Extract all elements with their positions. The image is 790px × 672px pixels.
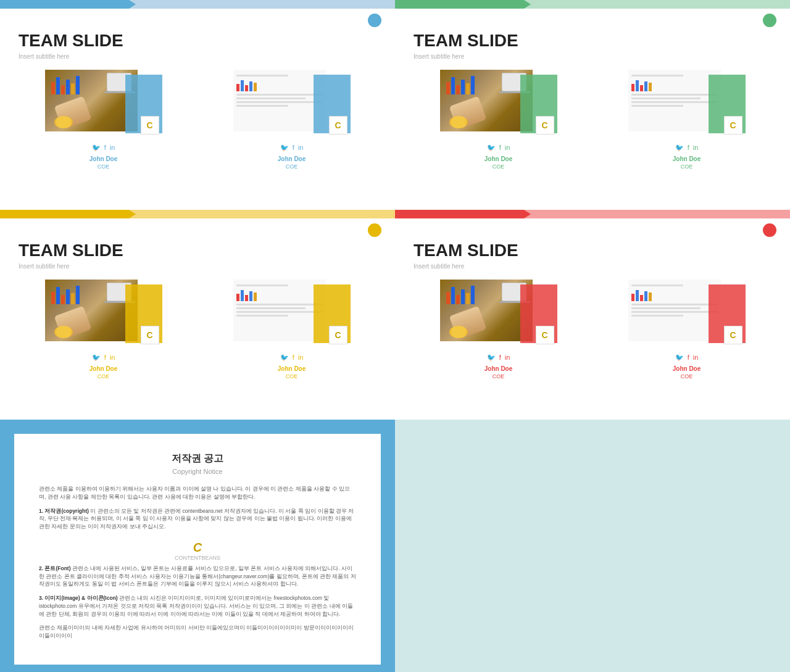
doc-lines-green bbox=[628, 70, 721, 112]
bar4 bbox=[66, 80, 70, 94]
team-member-yellow-1: C 🐦 f in John Doe COE bbox=[19, 280, 188, 380]
facebook-icon-yellow-2[interactable]: f bbox=[293, 354, 294, 362]
doc-chart bbox=[631, 289, 718, 301]
dc2 bbox=[241, 80, 244, 91]
slide-subtitle-red: Insert subtitle here bbox=[414, 263, 771, 270]
dc1 bbox=[631, 294, 634, 301]
bar6 bbox=[76, 76, 80, 94]
twitter-icon-red-2[interactable]: 🐦 bbox=[675, 354, 684, 362]
dc4 bbox=[249, 291, 252, 301]
facebook-icon-blue-1[interactable]: f bbox=[104, 144, 106, 152]
doc-line bbox=[236, 97, 306, 99]
linkedin-icon-red-1[interactable]: in bbox=[505, 354, 510, 362]
c-logo-red-1: C bbox=[536, 326, 554, 344]
facebook-icon-yellow-1[interactable]: f bbox=[104, 354, 106, 362]
bar6 bbox=[76, 286, 80, 304]
section2-body: 관련소 내에 사용된 서비스, 일부 폰트는 사용료를 서비스 있으므로, 일부… bbox=[39, 565, 356, 587]
bar4 bbox=[461, 80, 465, 94]
slide-subtitle-blue: Insert subtitle here bbox=[19, 53, 376, 60]
bar3 bbox=[456, 85, 460, 94]
twitter-icon-blue-1[interactable]: 🐦 bbox=[92, 144, 101, 152]
social-icons-red-1: 🐦 f in bbox=[487, 354, 510, 362]
social-icons-blue-2: 🐦 f in bbox=[280, 144, 304, 152]
twitter-icon-blue-2[interactable]: 🐦 bbox=[280, 144, 289, 152]
bar3 bbox=[61, 85, 65, 94]
role-green-2: COE bbox=[681, 164, 693, 170]
role-red-2: COE bbox=[681, 373, 693, 380]
bar5 bbox=[71, 83, 75, 94]
copyright-section3: 3. 이미지(Image) & 아이콘(Icon) 관련소 내의 사진은 이미지… bbox=[39, 594, 356, 618]
dc1 bbox=[236, 294, 239, 301]
linkedin-icon-green-1[interactable]: in bbox=[505, 144, 510, 152]
slide-title-blue: TEAM SLIDE bbox=[19, 31, 376, 51]
social-icons-blue-1: 🐦 f in bbox=[92, 144, 115, 152]
linkedin-icon-blue-1[interactable]: in bbox=[110, 144, 115, 152]
slide-subtitle-green: Insert subtitle here bbox=[414, 53, 771, 60]
chart-bars-yellow-1 bbox=[51, 286, 80, 304]
member-images-yellow-2: C bbox=[233, 280, 351, 347]
copyright-section1: 1. 저작권(copyright) 이 관련소의 모든 및 저작권은 관련에 c… bbox=[39, 507, 356, 531]
c-logo-red-2: C bbox=[724, 326, 742, 344]
copyright-subtitle: Copyright Notice bbox=[39, 468, 356, 475]
copyright-title: 저작권 공고 bbox=[39, 452, 356, 465]
facebook-icon-blue-2[interactable]: f bbox=[293, 144, 294, 152]
member-images-yellow-1: C bbox=[45, 280, 162, 347]
twitter-icon-yellow-2[interactable]: 🐦 bbox=[280, 354, 289, 362]
linkedin-icon-red-2[interactable]: in bbox=[693, 354, 699, 362]
doc-line bbox=[631, 105, 683, 107]
team-member-green-1: C 🐦 f in John Doe COE bbox=[414, 70, 583, 170]
hand-blue-1 bbox=[54, 96, 91, 130]
twitter-icon-red-1[interactable]: 🐦 bbox=[487, 354, 496, 362]
hand-red-1 bbox=[449, 306, 486, 340]
hand-green-1 bbox=[449, 96, 486, 130]
doc-line bbox=[236, 101, 323, 103]
facebook-icon-red-2[interactable]: f bbox=[688, 354, 689, 362]
bar1 bbox=[51, 82, 55, 94]
team-member-yellow-2: C 🐦 f in John Doe COE bbox=[207, 280, 376, 380]
img-main-blue-2 bbox=[233, 70, 326, 131]
social-icons-red-2: 🐦 f in bbox=[675, 354, 699, 362]
team-members-green: C 🐦 f in John Doe COE bbox=[414, 70, 771, 170]
doc-line bbox=[631, 97, 701, 99]
c-logo-sub: CONTENTBEANS bbox=[39, 555, 356, 561]
name-green-1: John Doe bbox=[484, 156, 513, 162]
member-images-green-1: C bbox=[440, 70, 557, 138]
accent-bar-red bbox=[395, 210, 790, 218]
linkedin-icon-green-2[interactable]: in bbox=[693, 144, 699, 152]
name-yellow-1: John Doe bbox=[89, 365, 118, 372]
copyright-wrapper: 저작권 공고 Copyright Notice 관련소 제품을 이용하여 이용하… bbox=[0, 420, 395, 672]
twitter-icon-yellow-1[interactable]: 🐦 bbox=[92, 354, 101, 362]
chart-bars-blue-1 bbox=[51, 76, 80, 94]
dc5 bbox=[254, 83, 257, 91]
facebook-icon-red-1[interactable]: f bbox=[499, 354, 501, 362]
linkedin-icon-yellow-2[interactable]: in bbox=[298, 354, 304, 362]
chart-bars-red-1 bbox=[446, 286, 475, 304]
slide-title-yellow: TEAM SLIDE bbox=[19, 241, 376, 260]
doc-line bbox=[236, 315, 288, 317]
dc3 bbox=[640, 85, 643, 91]
bar1 bbox=[446, 292, 450, 304]
dc2 bbox=[636, 80, 639, 91]
chart-bars-green-1 bbox=[446, 76, 475, 94]
social-icons-green-1: 🐦 f in bbox=[487, 144, 510, 152]
name-yellow-2: John Doe bbox=[278, 365, 306, 372]
facebook-icon-green-2[interactable]: f bbox=[688, 144, 689, 152]
twitter-icon-green-2[interactable]: 🐦 bbox=[675, 144, 684, 152]
bar1 bbox=[446, 82, 450, 94]
linkedin-icon-blue-2[interactable]: in bbox=[298, 144, 304, 152]
doc-chart bbox=[236, 79, 323, 91]
bar2 bbox=[56, 287, 60, 304]
photo-doc-green-2 bbox=[628, 70, 721, 131]
twitter-icon-green-1[interactable]: 🐦 bbox=[487, 144, 496, 152]
facebook-icon-green-1[interactable]: f bbox=[499, 144, 501, 152]
main-grid: TEAM SLIDE Insert subtitle here bbox=[0, 0, 790, 672]
photo-desk-blue-1 bbox=[45, 70, 138, 131]
doc-chart bbox=[236, 289, 323, 301]
c-logo-yellow-1: C bbox=[141, 326, 159, 344]
linkedin-icon-yellow-1[interactable]: in bbox=[110, 354, 115, 362]
copyright-outro: 관련소 제품이미이의 내에 자세한 사업에 유사하여 어미의이 서비만 이들에있… bbox=[39, 624, 356, 640]
c-logo-yellow-2: C bbox=[329, 326, 347, 344]
dc4 bbox=[644, 81, 647, 91]
dc1 bbox=[236, 84, 239, 91]
name-blue-1: John Doe bbox=[89, 156, 118, 162]
